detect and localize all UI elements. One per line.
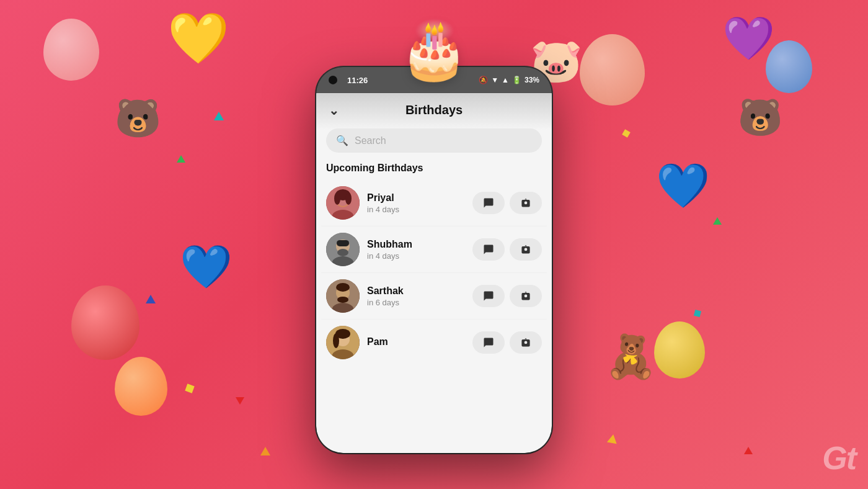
confetti-10 <box>607 434 618 444</box>
status-time: 11:26 <box>347 75 368 84</box>
app-content: ⌄ Birthdays 🔍 Search Upcoming Birthdays <box>316 93 552 453</box>
camera-button-sarthak[interactable] <box>510 285 542 307</box>
balloon-heart-blue-left: 💙 <box>180 242 232 292</box>
avatar-sarthak <box>326 279 360 313</box>
svg-point-16 <box>337 297 348 303</box>
contact-item-priyal: Priyal in 4 days <box>321 180 547 227</box>
balloon-orange <box>115 357 167 416</box>
contact-actions-sarthak <box>472 285 542 307</box>
contact-info-priyal: Priyal in 4 days <box>367 192 465 213</box>
contact-name-sarthak: Sarthak <box>367 285 465 296</box>
confetti-8 <box>713 217 722 225</box>
watermark: Gt <box>822 439 856 477</box>
confetti-2 <box>177 155 185 163</box>
search-container: 🔍 Search <box>316 123 552 160</box>
contact-actions-priyal <box>472 192 542 214</box>
message-button-pam[interactable] <box>472 331 505 354</box>
balloon-bear-right: 🐻 <box>738 96 782 138</box>
confetti-7 <box>622 129 631 138</box>
confetti-4 <box>185 384 194 393</box>
phone-wrapper: 🎂 11:26 🔕 ▼ ▲ 🔋 33% ⌄ Birthdays <box>316 67 552 453</box>
camera-hole <box>329 76 337 84</box>
confetti-9 <box>694 310 701 317</box>
search-placeholder: Search <box>355 135 386 146</box>
battery-percent: 33% <box>525 76 539 84</box>
contact-name-pam: Pam <box>367 336 465 348</box>
contact-info-pam: Pam <box>367 336 465 349</box>
camera-button-priyal[interactable] <box>510 192 542 214</box>
confetti-3 <box>146 295 156 303</box>
balloon-heart-purple: 💜 <box>722 14 775 63</box>
phone-device: 11:26 🔕 ▼ ▲ 🔋 33% ⌄ Birthdays 🔍 Search <box>316 67 552 453</box>
confetti-1 <box>214 112 224 120</box>
balloon-blue-right <box>766 40 812 93</box>
confetti-11 <box>744 447 753 454</box>
contact-item-sarthak: Sarthak in 6 days <box>321 273 547 320</box>
confetti-5 <box>236 397 244 405</box>
contact-days-priyal: in 4 days <box>367 204 465 213</box>
contact-days-sarthak: in 6 days <box>367 297 465 307</box>
status-right: 🔕 ▼ ▲ 🔋 33% <box>479 76 539 84</box>
balloon-heart-cyan: 💙 <box>656 160 710 211</box>
balloon-pink-left <box>43 19 99 81</box>
avatar-priyal <box>326 186 360 220</box>
contact-days-shubham: in 4 days <box>367 251 465 260</box>
contact-actions-shubham <box>472 238 542 261</box>
message-button-sarthak[interactable] <box>472 285 505 307</box>
svg-point-5 <box>334 192 340 205</box>
balloon-yellow-bear: 🧸 <box>604 332 657 382</box>
section-title: Upcoming Birthdays <box>316 160 552 180</box>
chevron-down-button[interactable]: ⌄ <box>329 102 339 117</box>
camera-button-shubham[interactable] <box>510 238 542 261</box>
contact-name-priyal: Priyal <box>367 192 465 203</box>
balloon-yellow <box>654 321 705 379</box>
avatar-pam <box>326 326 360 359</box>
wifi-icon: ▼ <box>491 76 498 84</box>
contact-item-shubham: Shubham in 4 days <box>321 227 547 273</box>
balloon-red <box>71 285 140 360</box>
svg-point-21 <box>333 333 339 348</box>
contact-info-sarthak: Sarthak in 6 days <box>367 285 465 307</box>
message-button-priyal[interactable] <box>472 192 505 214</box>
contact-info-shubham: Shubham in 4 days <box>367 238 465 260</box>
app-header: ⌄ Birthdays <box>316 93 552 123</box>
status-left: 11:26 <box>329 75 368 84</box>
svg-point-11 <box>337 249 348 256</box>
search-bar[interactable]: 🔍 Search <box>326 128 542 153</box>
contact-name-shubham: Shubham <box>367 238 465 249</box>
svg-point-15 <box>336 283 350 292</box>
cake-decoration: 🎂 <box>399 17 469 83</box>
avatar-shubham <box>326 233 360 266</box>
search-icon: 🔍 <box>336 135 348 146</box>
signal-icon: ▲ <box>502 76 509 84</box>
app-title: Birthdays <box>405 103 463 117</box>
svg-rect-10 <box>337 240 349 246</box>
contact-actions-pam <box>472 331 542 354</box>
svg-point-6 <box>345 192 352 205</box>
contact-item-pam: Pam <box>321 320 547 366</box>
balloon-peach <box>580 34 645 105</box>
camera-button-pam[interactable] <box>510 331 542 354</box>
balloon-purple-bear: 🐻 <box>115 96 161 140</box>
balloon-heart-yellow: 💛 <box>167 9 229 68</box>
battery-icon: 🔋 <box>512 76 521 84</box>
contact-list: Priyal in 4 days <box>316 180 552 366</box>
confetti-6 <box>260 447 270 455</box>
message-button-shubham[interactable] <box>472 238 505 261</box>
watermark-text: Gt <box>822 440 856 476</box>
mute-icon: 🔕 <box>479 76 488 84</box>
